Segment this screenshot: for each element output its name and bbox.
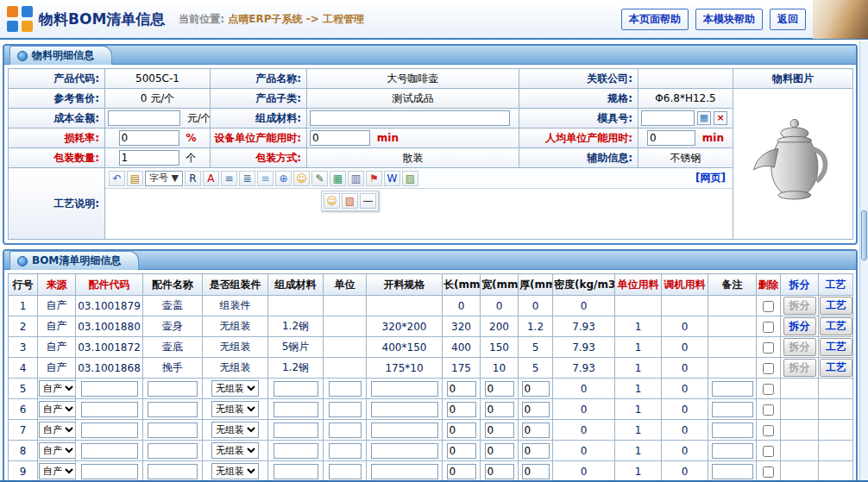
photo2-icon[interactable]: ▧ xyxy=(342,193,358,209)
labor-time-input[interactable] xyxy=(647,130,695,146)
width-input[interactable] xyxy=(485,381,514,397)
code-input[interactable] xyxy=(81,464,138,479)
length-input[interactable] xyxy=(447,443,476,459)
name-input[interactable] xyxy=(148,443,198,459)
assembly-select[interactable]: 无组装 xyxy=(211,442,259,459)
name-input[interactable] xyxy=(148,381,198,397)
delete-checkbox[interactable] xyxy=(763,446,774,457)
photo-icon[interactable]: ▨ xyxy=(402,171,418,186)
spec-input[interactable] xyxy=(371,402,438,417)
spec-input[interactable] xyxy=(371,443,438,459)
header-button-2[interactable]: 本模块帮助 xyxy=(695,9,763,30)
device-time-input[interactable] xyxy=(310,130,370,146)
length-input[interactable] xyxy=(447,381,476,397)
material-input[interactable] xyxy=(274,402,318,417)
delete-checkbox[interactable] xyxy=(763,404,774,416)
width-input[interactable] xyxy=(485,443,514,459)
paste-icon[interactable]: ▤ xyxy=(127,171,143,186)
remark-input[interactable] xyxy=(712,423,753,438)
hr-icon[interactable]: — xyxy=(360,193,376,209)
code-input[interactable] xyxy=(81,381,138,397)
name-input[interactable] xyxy=(148,402,198,417)
flag-icon[interactable]: ⚑ xyxy=(366,171,382,186)
edit-page-icon[interactable]: ✎ xyxy=(311,171,328,186)
material-input[interactable] xyxy=(274,423,318,438)
numbered-list-icon[interactable]: ≣ xyxy=(239,171,255,186)
remark-input[interactable] xyxy=(712,443,753,459)
remark-input[interactable] xyxy=(712,381,753,397)
material-input[interactable] xyxy=(274,443,318,459)
delete-checkbox[interactable] xyxy=(763,322,774,333)
remark-input[interactable] xyxy=(712,402,753,417)
unit-input[interactable] xyxy=(329,443,362,459)
spec-input[interactable] xyxy=(371,423,438,438)
craft-button[interactable]: 工艺 xyxy=(820,359,852,377)
editor-content[interactable] xyxy=(105,211,733,239)
code-input[interactable] xyxy=(81,443,138,459)
thickness-input[interactable] xyxy=(522,443,550,459)
delete-checkbox[interactable] xyxy=(763,384,774,395)
delete-checkbox[interactable] xyxy=(763,301,774,312)
source-select[interactable]: 自产 xyxy=(39,401,76,417)
source-select[interactable]: 自产 xyxy=(39,463,76,479)
cost-input[interactable] xyxy=(108,110,180,126)
insert-image-icon[interactable]: ▦ xyxy=(330,171,346,186)
undo-icon[interactable]: ↶ xyxy=(109,171,125,186)
source-select[interactable]: 自产 xyxy=(39,380,76,397)
smiley-icon[interactable]: ☺ xyxy=(293,171,310,186)
assembly-select[interactable]: 无组装 xyxy=(211,380,259,397)
unit-input[interactable] xyxy=(329,464,362,479)
mold-browse-icon[interactable]: ▦ xyxy=(697,111,711,125)
align-left-icon[interactable]: ≡ xyxy=(221,171,237,186)
smiley2-icon[interactable]: ☺ xyxy=(324,193,340,209)
word-icon[interactable]: W xyxy=(384,171,400,186)
material-comp-input[interactable] xyxy=(310,110,510,126)
source-select[interactable]: 自产 xyxy=(39,422,76,438)
craft-button[interactable]: 工艺 xyxy=(820,338,852,356)
bold-icon[interactable]: R xyxy=(185,171,201,186)
code-input[interactable] xyxy=(81,402,138,417)
craft-button[interactable]: 工艺 xyxy=(820,317,852,335)
header-button-3[interactable]: 返回 xyxy=(770,9,806,30)
code-input[interactable] xyxy=(81,423,138,438)
mold-no-input[interactable] xyxy=(641,110,695,126)
font-color-icon[interactable]: A xyxy=(203,171,219,186)
indent-icon[interactable]: ≡ xyxy=(257,171,274,186)
spec-input[interactable] xyxy=(371,381,438,397)
assembly-select[interactable]: 无组装 xyxy=(211,422,259,438)
name-input[interactable] xyxy=(148,464,198,479)
delete-checkbox[interactable] xyxy=(763,466,774,478)
source-select[interactable]: 自产 xyxy=(39,442,76,459)
delete-checkbox[interactable] xyxy=(763,342,774,354)
delete-checkbox[interactable] xyxy=(763,425,774,436)
unit-input[interactable] xyxy=(329,423,362,438)
font-size-select[interactable]: 字号 ▼ xyxy=(145,171,183,186)
spec-input[interactable] xyxy=(371,464,438,479)
name-input[interactable] xyxy=(148,423,198,438)
width-input[interactable] xyxy=(485,402,514,417)
craft-button[interactable]: 工艺 xyxy=(820,297,852,315)
header-button-1[interactable]: 本页面帮助 xyxy=(621,9,689,30)
length-input[interactable] xyxy=(447,402,476,417)
save-icon[interactable]: ▥ xyxy=(348,171,364,186)
assembly-select[interactable]: 无组装 xyxy=(211,463,259,479)
width-input[interactable] xyxy=(485,464,514,479)
material-input[interactable] xyxy=(274,464,318,479)
split-button[interactable]: 拆分 xyxy=(783,317,816,335)
loss-rate-input[interactable] xyxy=(119,130,179,146)
pack-qty-input[interactable] xyxy=(119,150,179,166)
material-input[interactable] xyxy=(274,381,318,397)
width-input[interactable] xyxy=(485,423,514,438)
length-input[interactable] xyxy=(447,464,476,479)
mold-clear-icon[interactable]: × xyxy=(714,111,727,125)
link-icon[interactable]: ⊕ xyxy=(275,171,292,186)
vertical-scrollbar[interactable] xyxy=(859,41,868,480)
remark-input[interactable] xyxy=(712,464,753,479)
scrollbar-thumb[interactable] xyxy=(861,210,867,260)
unit-input[interactable] xyxy=(329,402,362,417)
thickness-input[interactable] xyxy=(522,423,550,438)
length-input[interactable] xyxy=(447,423,476,438)
assembly-select[interactable]: 无组装 xyxy=(211,401,259,417)
webpage-link[interactable]: [网页] xyxy=(695,171,729,185)
unit-input[interactable] xyxy=(329,381,362,397)
